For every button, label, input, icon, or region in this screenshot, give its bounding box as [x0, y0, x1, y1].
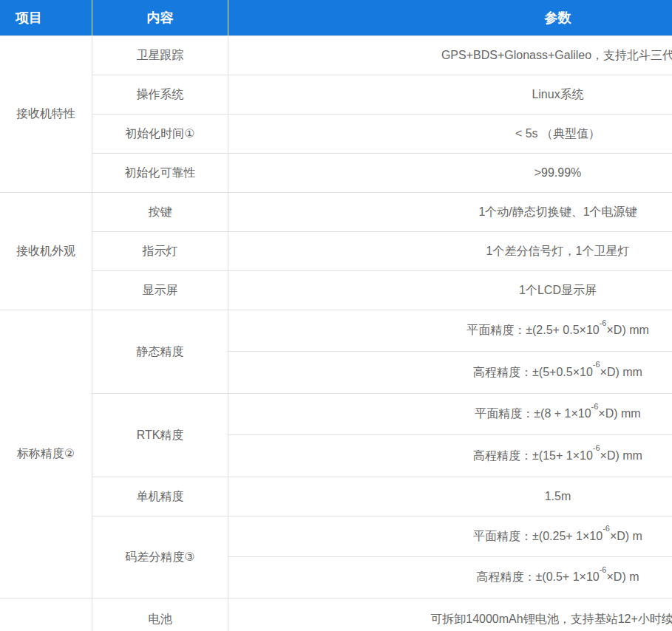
param-text: 1个差分信号灯，1个卫星灯	[486, 244, 630, 259]
exponent: -6	[593, 360, 600, 369]
table-group-receiver-appearance: 接收机外观 按键 1个动/静态切换键、1个电源键 指示灯 1个差分信号灯，1个卫…	[0, 193, 672, 310]
param-text: 1.5m	[545, 490, 571, 503]
group-label: 电气化参数	[0, 598, 92, 631]
exponent: -6	[591, 402, 599, 411]
param-line: 高程精度：±(15+ 1×10-6×D) mm	[228, 435, 672, 477]
param-cell: >99.99%	[228, 154, 672, 192]
table-row: 静态精度 平面精度：±(2.5+ 0.5×10-6×D) mm 高程精度：±(5…	[92, 310, 672, 394]
table-group-electrical-parameters: 电气化参数 电池 可拆卸14000mAh锂电池，支持基站12+小时续航	[0, 598, 672, 631]
table-row: 初始化可靠性 >99.99%	[92, 154, 672, 192]
header-cell-params: 参数	[228, 0, 672, 35]
param-line: 可拆卸14000mAh锂电池，支持基站12+小时续航	[228, 598, 672, 631]
param-line: >99.99%	[228, 154, 672, 192]
param-text: 高程精度：±(5+0.5×10-6×D) mm	[473, 365, 642, 381]
exponent: -6	[600, 565, 607, 574]
group-rows: 静态精度 平面精度：±(2.5+ 0.5×10-6×D) mm 高程精度：±(5…	[92, 310, 672, 598]
table-row: 码差分精度③ 平面精度：±(0.25+ 1×10-6×D) m 高程精度：±(0…	[92, 516, 672, 598]
param-text: 高程精度：±(15+ 1×10-6×D) mm	[473, 448, 642, 464]
group-label: 标称精度②	[0, 310, 92, 598]
content-cell: 卫星跟踪	[92, 36, 228, 75]
param-cell: 1个LCD显示屏	[228, 271, 672, 310]
param-line: Linux系统	[228, 75, 672, 114]
header-cell-content: 内容	[92, 0, 228, 35]
param-text: 高程精度：±(0.5+ 1×10-6×D) m	[477, 570, 639, 585]
content-cell: 操作系统	[92, 75, 228, 114]
param-text: < 5s （典型值）	[515, 126, 600, 142]
table-header: 项目 内容 参数	[0, 0, 672, 36]
group-rows: 卫星跟踪 GPS+BDS+Glonass+Galileo，支持北斗三代 操作系统…	[92, 36, 672, 192]
content-cell: 初始化时间①	[92, 115, 228, 153]
content-cell: RTK精度	[92, 394, 228, 477]
param-line: 1个动/静态切换键、1个电源键	[228, 193, 672, 231]
param-text: >99.99%	[534, 166, 582, 180]
param-cell: 可拆卸14000mAh锂电池，支持基站12+小时续航	[228, 598, 672, 631]
param-cell: < 5s （典型值）	[228, 115, 672, 153]
param-text: 可拆卸14000mAh锂电池，支持基站12+小时续航	[430, 612, 672, 627]
table-row: 卫星跟踪 GPS+BDS+Glonass+Galileo，支持北斗三代	[92, 36, 672, 75]
content-cell: 按键	[92, 193, 228, 231]
table-row: 按键 1个动/静态切换键、1个电源键	[92, 193, 672, 232]
content-cell: 单机精度	[92, 477, 228, 516]
param-cell: 平面精度：±(0.25+ 1×10-6×D) m 高程精度：±(0.5+ 1×1…	[228, 516, 672, 598]
group-rows: 按键 1个动/静态切换键、1个电源键 指示灯 1个差分信号灯，1个卫星灯 显示屏…	[92, 193, 672, 310]
table-group-nominal-accuracy: 标称精度② 静态精度 平面精度：±(2.5+ 0.5×10-6×D) mm 高程…	[0, 310, 672, 598]
table-row: RTK精度 平面精度：±(8 + 1×10-6×D) mm 高程精度：±(15+…	[92, 394, 672, 477]
exponent: -6	[600, 318, 607, 327]
content-cell: 码差分精度③	[92, 516, 228, 598]
param-text: 1个LCD显示屏	[519, 283, 597, 299]
param-cell: 1.5m	[228, 477, 672, 516]
param-line: 平面精度：±(8 + 1×10-6×D) mm	[228, 394, 672, 435]
content-cell: 指示灯	[92, 232, 228, 270]
group-label: 接收机外观	[0, 193, 92, 310]
param-line: 高程精度：±(5+0.5×10-6×D) mm	[228, 352, 672, 393]
table-row: 单机精度 1.5m	[92, 477, 672, 516]
content-cell: 静态精度	[92, 310, 228, 393]
spec-table: 项目 内容 参数 接收机特性 卫星跟踪 GPS+BDS+Glonass+Gali…	[0, 0, 672, 631]
page-viewport: 项目 内容 参数 接收机特性 卫星跟踪 GPS+BDS+Glonass+Gali…	[0, 0, 672, 631]
param-text: Linux系统	[532, 87, 583, 103]
param-cell: 1个差分信号灯，1个卫星灯	[228, 232, 672, 270]
content-cell: 显示屏	[92, 271, 228, 310]
param-line: 1.5m	[228, 477, 672, 516]
param-cell: 平面精度：±(8 + 1×10-6×D) mm 高程精度：±(15+ 1×10-…	[228, 394, 672, 477]
param-line: < 5s （典型值）	[228, 115, 672, 153]
group-label: 接收机特性	[0, 36, 92, 192]
param-cell: GPS+BDS+Glonass+Galileo，支持北斗三代	[228, 36, 672, 75]
param-text: GPS+BDS+Glonass+Galileo，支持北斗三代	[441, 48, 672, 64]
content-cell: 电池	[92, 598, 228, 631]
table-row: 显示屏 1个LCD显示屏	[92, 271, 672, 310]
param-cell: 1个动/静态切换键、1个电源键	[228, 193, 672, 231]
param-text: 平面精度：±(8 + 1×10-6×D) mm	[475, 406, 640, 422]
param-line: GPS+BDS+Glonass+Galileo，支持北斗三代	[228, 36, 672, 75]
table-row: 操作系统 Linux系统	[92, 75, 672, 115]
table-group-receiver-features: 接收机特性 卫星跟踪 GPS+BDS+Glonass+Galileo，支持北斗三…	[0, 36, 672, 193]
param-line: 1个差分信号灯，1个卫星灯	[228, 232, 672, 270]
header-cell-item: 项目	[0, 0, 92, 35]
param-text: 1个动/静态切换键、1个电源键	[478, 205, 637, 220]
content-cell: 初始化可靠性	[92, 154, 228, 192]
param-line: 1个LCD显示屏	[228, 271, 672, 310]
param-line: 平面精度：±(2.5+ 0.5×10-6×D) mm	[228, 310, 672, 352]
param-line: 高程精度：±(0.5+ 1×10-6×D) m	[228, 557, 672, 598]
table-row: 电池 可拆卸14000mAh锂电池，支持基站12+小时续航	[92, 598, 672, 631]
param-line: 平面精度：±(0.25+ 1×10-6×D) m	[228, 516, 672, 557]
param-cell: Linux系统	[228, 75, 672, 114]
table-row: 初始化时间① < 5s （典型值）	[92, 115, 672, 154]
exponent: -6	[603, 524, 610, 533]
param-cell: 平面精度：±(2.5+ 0.5×10-6×D) mm 高程精度：±(5+0.5×…	[228, 310, 672, 393]
exponent: -6	[593, 443, 600, 452]
param-text: 平面精度：±(2.5+ 0.5×10-6×D) mm	[466, 323, 649, 338]
table-row: 指示灯 1个差分信号灯，1个卫星灯	[92, 232, 672, 271]
group-rows: 电池 可拆卸14000mAh锂电池，支持基站12+小时续航	[92, 598, 672, 631]
param-text: 平面精度：±(0.25+ 1×10-6×D) m	[473, 529, 642, 545]
